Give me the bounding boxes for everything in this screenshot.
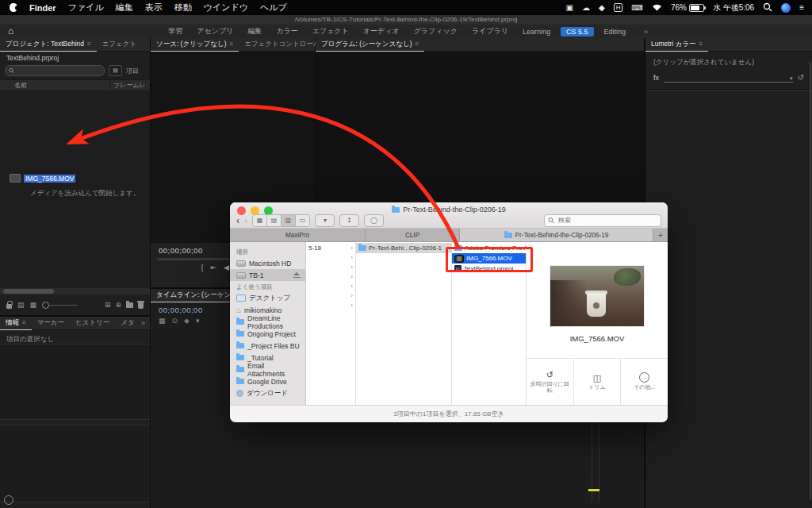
workspace-editing-jp[interactable]: 編集: [240, 26, 269, 37]
tab-project[interactable]: プロジェクト: TextBehind ≡: [0, 38, 97, 52]
delete-icon[interactable]: [138, 302, 144, 309]
workspace-learning-jp[interactable]: 学習: [161, 26, 190, 37]
linked-selection-icon[interactable]: ⊙: [172, 317, 178, 325]
workspace-learning[interactable]: Learning: [515, 28, 557, 36]
share-button[interactable]: ↥: [339, 214, 359, 227]
wifi-icon[interactable]: [652, 3, 662, 13]
column-row[interactable]: ›: [306, 252, 355, 262]
sidebar-item-downloads[interactable]: ダウンロード: [230, 387, 305, 399]
tab-metadata[interactable]: メタ: [115, 317, 140, 329]
menu-file[interactable]: ファイル: [68, 2, 104, 13]
clip-name-selected[interactable]: IMG_7566.MOV: [24, 175, 75, 183]
finder-search-input[interactable]: [557, 216, 657, 225]
column-row[interactable]: ›: [306, 300, 355, 310]
menu-help[interactable]: ヘルプ: [260, 2, 287, 13]
project-hscrollbar[interactable]: [0, 288, 150, 294]
menubar-clock[interactable]: 水 午後5:06: [713, 2, 754, 13]
menu-window[interactable]: ウインドウ: [204, 2, 248, 13]
workspace-color[interactable]: カラー: [269, 26, 304, 37]
workspace-audio[interactable]: オーディオ: [356, 26, 407, 37]
notification-center-icon[interactable]: ≡: [799, 0, 804, 15]
trim-action-button[interactable]: ◫ トリム: [574, 359, 622, 405]
column-row[interactable]: ›: [306, 291, 355, 300]
panel-overflow-icon[interactable]: »: [141, 319, 150, 327]
find-icon[interactable]: ⊕: [115, 301, 121, 309]
finder-search-field[interactable]: [544, 214, 661, 227]
spotlight-icon[interactable]: [763, 2, 772, 13]
tab-effect-controls[interactable]: エフェクトコントロール: [239, 38, 326, 51]
project-clip-row[interactable]: IMG_7566.MOV: [10, 174, 75, 183]
tags-button[interactable]: ◯: [364, 214, 384, 227]
list-view-button[interactable]: ▤: [267, 215, 282, 226]
menu-go[interactable]: 移動: [174, 2, 192, 13]
automate-sequence-icon[interactable]: ⊞: [105, 301, 111, 309]
new-tab-button[interactable]: +: [653, 229, 668, 241]
panel-menu-icon[interactable]: ≡: [699, 40, 703, 48]
tab-program[interactable]: プログラム: (シーケンスなし) ≡: [316, 38, 424, 52]
workspace-overflow-icon[interactable]: »: [644, 28, 648, 36]
clip-select-dropdown[interactable]: ▾: [664, 72, 793, 83]
creative-cloud-icon[interactable]: ☁: [582, 0, 590, 15]
sidebar-item-email-attachments[interactable]: Email Attachments: [230, 364, 305, 375]
icon-view-icon[interactable]: ▦: [30, 301, 37, 309]
work-area-marker[interactable]: [588, 489, 599, 491]
finder-titlebar[interactable]: Pr-Text-Behind-the-Clip-0206-19 ‹ › ▦ ▤ …: [230, 202, 668, 229]
sidebar-item-ongoing[interactable]: Ongoing Project: [230, 328, 305, 340]
column-header-name[interactable]: 名前: [0, 81, 27, 90]
workspace-libraries[interactable]: ライブラリ: [465, 26, 515, 37]
sidebar-item-dreamline[interactable]: DreamLine Productions: [230, 316, 305, 328]
rotate-action-button[interactable]: ↺ 反時計回りに回転: [527, 359, 574, 405]
column-row[interactable]: ›: [306, 271, 355, 281]
sidebar-item-tb1[interactable]: TB-1: [230, 269, 305, 281]
workspace-assembly[interactable]: アセンブリ: [190, 26, 240, 37]
dropbox-icon[interactable]: ◆: [599, 0, 605, 15]
finder-tab-active[interactable]: Pr-Text-Behind-the-Clip-0206-19: [460, 229, 653, 241]
column-view-button[interactable]: ▥: [282, 215, 296, 226]
column-header-framerate[interactable]: フレームレ: [109, 81, 150, 90]
timeline-settings-icon[interactable]: ▾: [196, 317, 200, 325]
scrollbar-thumb[interactable]: [3, 289, 54, 294]
project-search-field[interactable]: [5, 65, 105, 76]
tab-source[interactable]: ソース: (クリップなし) ≡: [151, 38, 239, 52]
view-switcher[interactable]: ▦ ▤ ▥ ▭: [252, 214, 310, 227]
step-back-icon[interactable]: ◀: [224, 264, 229, 271]
reset-icon[interactable]: ↺: [798, 73, 804, 82]
workspace-cs55-active[interactable]: CS 5.5: [561, 27, 594, 37]
panel-menu-icon[interactable]: ≡: [416, 40, 419, 48]
menu-view[interactable]: 表示: [145, 2, 163, 13]
keyboard-icon[interactable]: ⌨: [631, 0, 642, 15]
new-bin-icon[interactable]: [126, 302, 133, 308]
eject-icon[interactable]: [293, 272, 301, 278]
menu-edit[interactable]: 編集: [116, 2, 133, 13]
sidebar-item-macintosh-hd[interactable]: Macintosh HD: [230, 257, 305, 269]
snap-icon[interactable]: ▦: [159, 317, 166, 325]
column-row[interactable]: ›: [306, 262, 355, 271]
list-view-icon[interactable]: ▤: [17, 301, 25, 309]
go-to-in-icon[interactable]: ⇤: [211, 264, 217, 271]
more-action-button[interactable]: … その他...: [621, 359, 668, 405]
apple-menu-icon[interactable]: [10, 3, 17, 12]
finder-tab-clip[interactable]: CLIP: [366, 229, 460, 241]
tab-lumetri-color[interactable]: Lumetri カラー ≡: [645, 38, 708, 52]
tab-info[interactable]: 情報 ≡: [0, 317, 32, 330]
tab-history[interactable]: ヒストリー: [70, 317, 115, 329]
marker-icon[interactable]: ◈: [184, 317, 190, 325]
project-search-input[interactable]: [17, 67, 101, 75]
mark-in-icon[interactable]: {: [201, 264, 204, 271]
finder-tab-maxipro[interactable]: MaxiPro: [230, 229, 366, 241]
column-row-selected-folder[interactable]: Pr-Text-Behi...Clip-0206-1 ›: [356, 243, 451, 253]
gallery-view-button[interactable]: ▭: [296, 215, 309, 226]
sidebar-item-desktop[interactable]: デスクトップ: [230, 292, 305, 304]
home-icon[interactable]: ⌂: [8, 25, 13, 38]
column-row[interactable]: 5-18 ›: [306, 243, 355, 252]
siri-icon[interactable]: [781, 3, 791, 13]
sidebar-item-project-files[interactable]: _Project Files BU: [230, 340, 305, 352]
battery-indicator[interactable]: 76%: [671, 3, 704, 12]
lock-icon[interactable]: [6, 304, 12, 309]
zoom-slider[interactable]: [42, 302, 78, 309]
h-app-icon[interactable]: H: [614, 3, 623, 12]
workspace-graphics[interactable]: グラフィック: [407, 26, 465, 37]
panel-menu-icon[interactable]: ≡: [87, 40, 91, 48]
group-button[interactable]: ▾: [315, 214, 335, 227]
column-row[interactable]: ›: [306, 281, 355, 291]
